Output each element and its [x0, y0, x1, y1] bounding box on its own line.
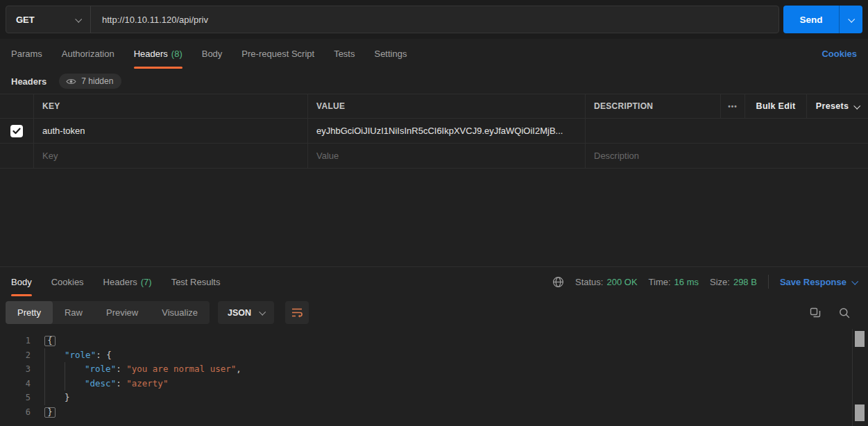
fold-toggle[interactable]: {: [44, 336, 56, 346]
response-tab-test-results[interactable]: Test Results: [171, 267, 221, 296]
column-key: KEY: [33, 94, 307, 118]
code-line: 6 }: [0, 405, 868, 420]
indent-guide: [65, 362, 85, 377]
indent-guide: [44, 391, 65, 405]
view-preview[interactable]: Preview: [94, 301, 150, 324]
headers-count: (8): [171, 49, 182, 59]
copy-response-button[interactable]: [810, 307, 821, 318]
table-row-empty: [0, 144, 868, 169]
response-tabs-bar: Body Cookies Headers(7) Test Results Sta…: [0, 266, 868, 296]
response-toolbar: Pretty Raw Preview Visualize JSON: [0, 296, 868, 329]
tab-params[interactable]: Params: [11, 39, 42, 69]
indent-guide: [44, 377, 65, 391]
text-wrap-icon: [291, 307, 303, 318]
indent-guide: [44, 348, 65, 363]
url-container: GET: [6, 6, 779, 33]
response-toolbar-right: [810, 307, 850, 318]
response-headers-count: (7): [141, 277, 152, 287]
search-response-button[interactable]: [839, 307, 850, 318]
time-badge: Time: 16 ms: [649, 277, 699, 287]
postman-window: GET Send Params Authorization Headers(8)…: [0, 0, 868, 426]
response-body-viewer: 1 { 2 "role": { 3 "role": "you are norma…: [0, 329, 868, 426]
hidden-count-label: 7 hidden: [81, 76, 113, 86]
cookies-link[interactable]: Cookies: [822, 39, 857, 69]
indent-guide: [65, 377, 85, 391]
new-key-input[interactable]: [42, 151, 299, 161]
view-pretty[interactable]: Pretty: [6, 301, 53, 324]
column-value: VALUE: [307, 94, 585, 118]
size-badge: Size: 298 B: [710, 277, 757, 287]
request-tabs: Params Authorization Headers(8) Body Pre…: [0, 39, 868, 69]
response-meta: Status: 200 OK Time: 16 ms Size: 298 B S…: [552, 267, 857, 296]
method-label: GET: [16, 15, 35, 25]
search-icon: [839, 307, 850, 318]
status-badge: Status: 200 OK: [575, 277, 638, 287]
view-raw[interactable]: Raw: [53, 301, 94, 324]
request-url-bar: GET Send: [0, 0, 868, 39]
format-select[interactable]: JSON: [218, 301, 274, 324]
select-all-column: [0, 94, 33, 118]
row-checkbox[interactable]: [10, 125, 23, 137]
tab-body[interactable]: Body: [202, 39, 223, 69]
header-value-cell[interactable]: eyJhbGciOiJIUzI1NiIsInR5cCI6IkpXVCJ9.eyJ…: [307, 119, 585, 143]
hidden-headers-toggle[interactable]: 7 hidden: [59, 74, 121, 89]
table-row: auth-token eyJhbGciOiJIUzI1NiIsInR5cCI6I…: [0, 119, 868, 144]
tab-pre-request-script[interactable]: Pre-request Script: [241, 39, 314, 69]
send-button[interactable]: Send: [783, 6, 862, 33]
check-icon: [12, 128, 21, 135]
tab-settings[interactable]: Settings: [374, 39, 407, 69]
fold-toggle[interactable]: }: [44, 407, 56, 418]
headers-title: Headers: [11, 76, 46, 87]
tab-tests[interactable]: Tests: [334, 39, 355, 69]
copy-icon: [810, 307, 821, 318]
response-tab-body[interactable]: Body: [11, 267, 32, 296]
method-select[interactable]: GET: [6, 6, 91, 33]
code-line: 4 "desc": "azerty": [0, 377, 868, 391]
scrollbar-track: [852, 329, 853, 426]
divider: [768, 275, 769, 289]
indent-guide: [44, 362, 65, 377]
code-line: 5 }: [0, 391, 868, 405]
response-tab-headers[interactable]: Headers(7): [103, 267, 152, 296]
tab-headers[interactable]: Headers(8): [134, 39, 182, 69]
globe-icon: [552, 276, 564, 288]
scrollbar-thumb[interactable]: [855, 331, 865, 347]
headers-table: KEY VALUE DESCRIPTION ••• Bulk Edit Pres…: [0, 94, 868, 169]
more-options-button[interactable]: •••: [728, 103, 738, 110]
view-mode-switcher: Pretty Raw Preview Visualize: [6, 301, 210, 324]
scrollbar-thumb[interactable]: [855, 404, 865, 421]
bulk-edit-button[interactable]: Bulk Edit: [756, 101, 796, 111]
code-line: 1 {: [0, 334, 868, 348]
send-options-button[interactable]: [839, 6, 862, 33]
code-line: 3 "role": "you are normal user",: [0, 362, 868, 377]
tab-authorization[interactable]: Authorization: [62, 39, 114, 69]
chevron-down-icon: [853, 102, 860, 109]
table-header-row: KEY VALUE DESCRIPTION ••• Bulk Edit Pres…: [0, 94, 868, 119]
headers-section-header: Headers 7 hidden: [0, 69, 868, 94]
eye-icon: [66, 78, 76, 85]
save-response-button[interactable]: Save Response: [780, 277, 857, 287]
header-key-cell[interactable]: auth-token: [33, 119, 307, 143]
presets-dropdown[interactable]: Presets: [806, 94, 868, 118]
request-body-empty-area: [0, 169, 868, 266]
column-description: DESCRIPTION: [585, 94, 720, 118]
browse-response-button[interactable]: [552, 276, 564, 288]
header-description-cell[interactable]: [585, 119, 868, 143]
wrap-lines-button[interactable]: [285, 301, 309, 324]
chevron-down-icon: [75, 15, 82, 22]
view-visualize[interactable]: Visualize: [150, 301, 210, 324]
url-input[interactable]: [91, 6, 778, 33]
new-value-input[interactable]: [316, 151, 577, 161]
response-tab-cookies[interactable]: Cookies: [51, 267, 84, 296]
chevron-down-icon: [259, 309, 266, 316]
chevron-down-icon: [848, 15, 855, 22]
send-label[interactable]: Send: [783, 6, 839, 33]
new-description-input[interactable]: [594, 151, 860, 161]
code-line: 2 "role": {: [0, 348, 868, 363]
chevron-down-icon: [851, 278, 858, 284]
